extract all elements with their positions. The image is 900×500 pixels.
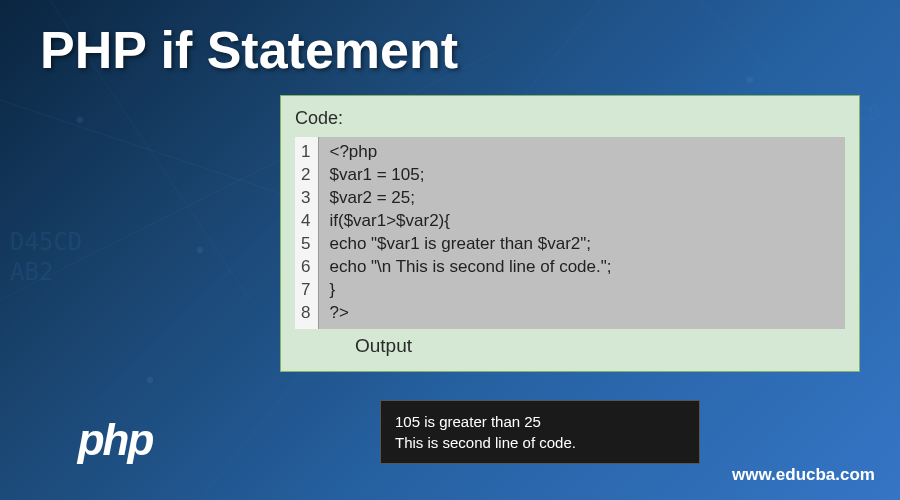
svg-point-9 (747, 77, 753, 83)
output-label: Output (355, 335, 845, 357)
svg-text:D45CD: D45CD (10, 228, 82, 256)
output-box: 105 is greater than 25 This is second li… (380, 400, 700, 464)
code-line: echo "\n This is second line of code."; (329, 256, 835, 279)
code-line: ?> (329, 302, 835, 325)
output-line: This is second line of code. (395, 432, 685, 453)
code-line: } (329, 279, 835, 302)
code-label: Code: (295, 108, 845, 129)
svg-text:AB2: AB2 (10, 258, 53, 286)
code-line: $var2 = 25; (329, 187, 835, 210)
svg-point-8 (147, 377, 153, 383)
code-panel: Code: 12345678 <?php $var1 = 105; $var2 … (280, 95, 860, 372)
code-line: <?php (329, 141, 835, 164)
svg-point-6 (77, 117, 83, 123)
code-line: $var1 = 105; (329, 164, 835, 187)
php-logo-text: php (78, 415, 153, 465)
output-line: 105 is greater than 25 (395, 411, 685, 432)
website-url: www.educba.com (732, 465, 875, 485)
svg-point-7 (197, 247, 203, 253)
code-content: <?php $var1 = 105; $var2 = 25; if($var1>… (319, 137, 845, 329)
line-numbers: 12345678 (295, 137, 319, 329)
page-title: PHP if Statement (40, 20, 458, 80)
code-block: 12345678 <?php $var1 = 105; $var2 = 25; … (295, 137, 845, 329)
code-line: if($var1>$var2){ (329, 210, 835, 233)
php-logo: php (40, 410, 190, 470)
code-line: echo "$var1 is greater than $var2"; (329, 233, 835, 256)
